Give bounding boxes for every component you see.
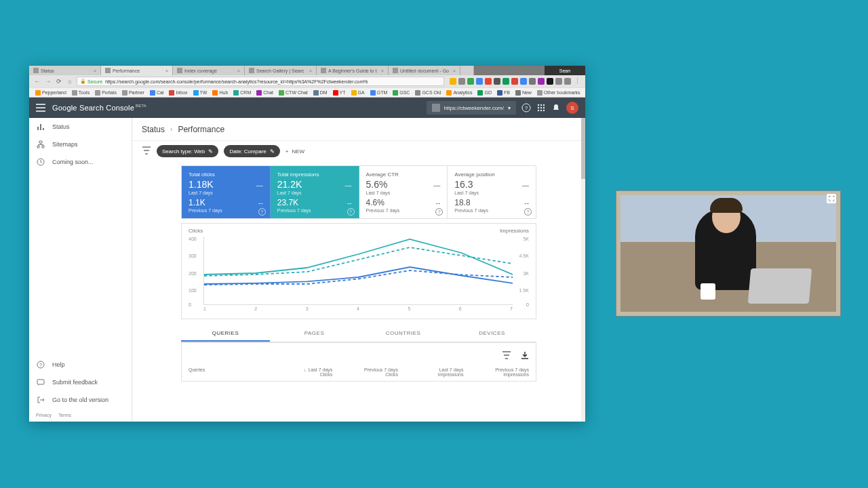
scrollbar[interactable] (581, 118, 585, 422)
sidebar-item-old-version[interactable]: Go to the old version (29, 391, 132, 409)
terms-link[interactable]: Terms (58, 413, 71, 418)
table-filter-icon[interactable] (502, 350, 511, 362)
download-icon[interactable] (521, 350, 529, 362)
col-last7-clicks[interactable]: ↓Last 7 daysClicks (267, 367, 333, 377)
bookmark[interactable]: Tools (70, 90, 92, 96)
tab-countries[interactable]: COUNTRIES (359, 326, 448, 342)
browser-profile[interactable]: Sean (545, 66, 585, 75)
bookmark[interactable]: Portals (93, 90, 119, 96)
col-prev7-clicks[interactable]: Previous 7 daysClicks (332, 367, 398, 377)
breadcrumb-root[interactable]: Status (142, 125, 165, 134)
browser-tab[interactable]: Untitled document - Go× (389, 66, 460, 75)
bookmark[interactable]: DM (311, 90, 330, 96)
filter-chip-date[interactable]: Date: Compare ✎ (224, 145, 279, 157)
notifications-icon[interactable] (551, 103, 561, 113)
browser-tab[interactable]: A Beginner's Guide to t× (317, 66, 389, 75)
extension-icon[interactable] (476, 78, 483, 85)
help-icon[interactable]: ? (258, 208, 266, 216)
extension-icon[interactable] (555, 78, 562, 85)
bookmark[interactable]: Inbox (167, 90, 189, 96)
extension-icon[interactable] (547, 78, 553, 85)
bookmark[interactable]: YT (331, 90, 348, 96)
extension-icon[interactable] (564, 78, 571, 85)
forward-button[interactable]: → (44, 77, 52, 85)
sidebar-item-sitemaps[interactable]: Sitemaps (29, 136, 132, 153)
tab-devices[interactable]: DEVICES (448, 326, 536, 342)
metric-average-position[interactable]: Average position 16.3— Last 7 days 18.8-… (448, 166, 536, 218)
browser-tab[interactable]: Search Gallery | Searc× (245, 66, 317, 75)
extension-icon[interactable] (538, 78, 545, 85)
browser-tab[interactable]: Performance× (101, 66, 173, 75)
sidebar-item-feedback[interactable]: Submit feedback (29, 373, 132, 391)
help-icon[interactable]: ? (524, 208, 532, 216)
browser-tab[interactable]: Status× (29, 66, 101, 75)
help-icon[interactable]: ? (521, 103, 531, 113)
extension-icon[interactable] (529, 78, 536, 85)
bookmark[interactable]: Partner (120, 90, 146, 96)
sidebar-item-coming-soon[interactable]: Coming soon... (29, 153, 132, 171)
new-tab-button[interactable] (460, 66, 474, 75)
tab-pages[interactable]: PAGES (270, 326, 359, 342)
bookmark[interactable]: CTW Chat (277, 90, 310, 96)
bookmark[interactable]: TW (191, 90, 210, 96)
bookmark[interactable]: Cal (148, 90, 166, 96)
help-icon[interactable]: ? (347, 208, 355, 216)
extension-icon[interactable] (458, 78, 465, 85)
bookmark[interactable]: New (513, 90, 534, 96)
col-queries[interactable]: Queries (189, 367, 267, 377)
close-icon[interactable]: × (381, 68, 384, 73)
close-icon[interactable]: × (309, 68, 312, 73)
menu-icon[interactable]: ⋮ (573, 77, 581, 85)
reload-button[interactable]: ⟳ (55, 77, 63, 85)
close-icon[interactable]: × (165, 68, 168, 73)
tab-queries[interactable]: QUERIES (181, 326, 270, 342)
extension-icon[interactable] (502, 78, 509, 85)
webcam-feed (620, 195, 836, 312)
extension-icon[interactable] (450, 78, 456, 85)
bookmark[interactable]: GCS Old (413, 90, 443, 96)
bookmark[interactable]: Hub (210, 90, 230, 96)
bookmark[interactable]: CRM (231, 90, 253, 96)
sidebar-item-help[interactable]: ? Help (29, 356, 132, 373)
close-icon[interactable]: × (94, 68, 96, 73)
apps-icon[interactable] (536, 103, 546, 113)
back-button[interactable]: ← (33, 77, 41, 85)
help-icon[interactable]: ? (435, 208, 443, 216)
hamburger-icon[interactable] (36, 104, 45, 112)
address-bar[interactable]: 🔒Secure https://search.google.com/search… (77, 77, 444, 86)
metric-total-impressions[interactable]: Total impressions 21.2K— Last 7 days 23.… (271, 166, 359, 218)
line-chart[interactable]: 400 300 200 100 0 5K 4.5K 3K 1.5K 0 (189, 237, 529, 314)
close-icon[interactable]: ⛶ (827, 194, 836, 203)
other-bookmarks[interactable]: Other bookmarks (535, 90, 583, 96)
close-icon[interactable]: × (237, 68, 240, 73)
filter-chip-search-type[interactable]: Search type: Web ✎ (157, 145, 218, 157)
filter-icon[interactable] (142, 145, 151, 157)
add-filter-button[interactable]: + NEW (285, 148, 304, 155)
bookmark[interactable]: Analytics (444, 90, 474, 96)
extension-icon[interactable] (494, 78, 500, 85)
bookmark[interactable]: GSC (391, 90, 412, 96)
col-prev7-impressions[interactable]: Previous 7 daysImpressions (463, 367, 529, 377)
metric-average-ctr[interactable]: Average CTR 5.6%— Last 7 days 4.6%-- Pre… (359, 166, 448, 218)
close-icon[interactable]: × (453, 68, 456, 73)
metric-total-clicks[interactable]: Total clicks 1.18K— Last 7 days 1.1K-- P… (182, 166, 271, 218)
browser-tab[interactable]: Index coverage× (173, 66, 245, 75)
col-last7-impressions[interactable]: Last 7 daysImpressions (398, 367, 464, 377)
bookmark[interactable]: GD (475, 90, 494, 96)
extension-icon[interactable] (511, 78, 518, 85)
bookmark[interactable]: FB (495, 90, 512, 96)
extension-icon[interactable] (520, 78, 527, 85)
extension-icon[interactable] (485, 78, 492, 85)
extension-icon[interactable] (467, 78, 474, 85)
impressions-axis-label: Impressions (500, 228, 529, 234)
sidebar-item-status[interactable]: Status (29, 118, 132, 136)
bookmark[interactable]: GA (349, 90, 367, 96)
property-selector[interactable]: https://ctweekender.com/ ▾ (427, 101, 517, 115)
privacy-link[interactable]: Privacy (36, 413, 52, 418)
avatar[interactable]: S (566, 102, 578, 114)
bookmark[interactable]: GTM (368, 90, 390, 96)
bookmark[interactable]: Chat (254, 90, 275, 96)
plus-icon: + (285, 148, 289, 155)
home-button[interactable]: ⌂ (66, 77, 74, 85)
bookmark[interactable]: Pepperland (33, 90, 68, 96)
